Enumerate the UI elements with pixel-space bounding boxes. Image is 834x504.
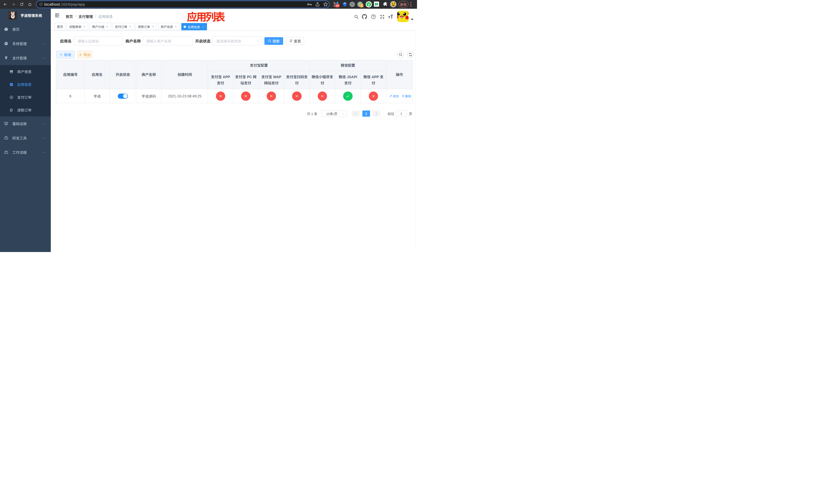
svg-text:⌘: ⌘ bbox=[351, 3, 354, 6]
